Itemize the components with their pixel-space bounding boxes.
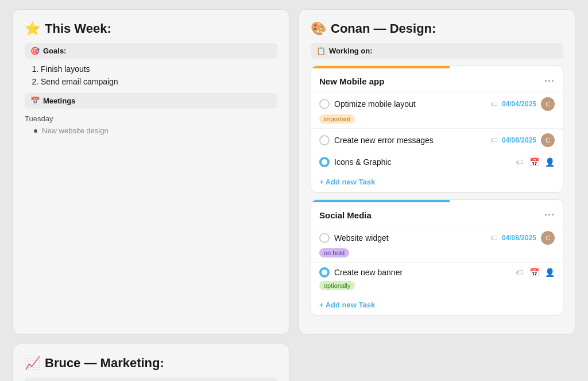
card-title: New Mobile app (319, 76, 384, 86)
card-header: New Mobile app ··· (311, 68, 563, 92)
goals-icon: 🎯 (30, 47, 40, 55)
task-date: 04/08/2025 (502, 234, 536, 242)
task-right: 🏷 04/08/2025 C (490, 231, 555, 245)
meetings-header: 📅 Meetings (25, 93, 277, 109)
bullet-icon (34, 129, 37, 133)
avatar: C (541, 231, 555, 245)
conan-panel: 🎨 Conan — Design: 📋 Working on: New Mobi… (299, 9, 575, 334)
card-title: Social Media (319, 210, 372, 220)
bruce-title-text: Bruce — Marketing: (45, 356, 164, 371)
goals-list: Finish layouts Send email campaign (25, 64, 277, 86)
calendar-icon: 📅 (30, 97, 40, 105)
person-icon: 👤 (545, 268, 555, 277)
social-media-card: Social Media ··· Website widget 🏷 04/08/… (311, 199, 563, 315)
task-name: Create new error messages (334, 136, 434, 145)
task-name: Icons & Graphic (334, 157, 392, 167)
tag-icon: 🏷 (516, 268, 524, 277)
bruce-working-header: 📋 Working on: (25, 378, 277, 381)
more-options-button[interactable]: ··· (544, 209, 555, 221)
calendar-icon: 📅 (529, 268, 539, 277)
day-label: Tuesday (25, 114, 277, 123)
table-row: Website widget 🏷 04/08/2025 C on hold (311, 226, 563, 262)
this-week-title-text: This Week: (45, 21, 111, 36)
meetings-section: Tuesday New website design (25, 114, 277, 135)
icon-row: 🏷 📅 👤 (516, 157, 555, 167)
task-checkbox[interactable] (319, 135, 330, 145)
more-options-button[interactable]: ··· (544, 75, 555, 87)
tag-icon: 🏷 (490, 234, 497, 242)
badge: important (319, 114, 355, 124)
conan-title: 🎨 Conan — Design: (311, 21, 563, 36)
table-row: Create new error messages 🏷 04/08/2025 C (311, 128, 563, 152)
task-row: Website widget 🏷 04/08/2025 C (319, 231, 555, 245)
table-row: Icons & Graphic 🏷 📅 👤 (311, 152, 563, 172)
badge: on hold (319, 248, 349, 257)
meetings-header-text: Meetings (43, 97, 75, 105)
table-row: Optimize mobile layout 🏷 04/04/2025 C im… (311, 92, 563, 128)
clipboard-icon: 📋 (316, 47, 326, 55)
list-item: Finish layouts (41, 64, 277, 74)
task-checkbox[interactable] (319, 233, 330, 243)
conan-title-text: Conan — Design: (331, 21, 436, 36)
mobile-app-card: New Mobile app ··· Optimize mobile layou… (311, 66, 563, 193)
task-left: Create new banner (319, 267, 516, 278)
task-left: Create new error messages (319, 135, 490, 145)
calendar-icon: 📅 (529, 157, 539, 167)
add-task-button[interactable]: + Add new Task (311, 172, 563, 192)
person-icon: 👤 (545, 157, 555, 167)
card-header: Social Media ··· (311, 202, 563, 226)
task-name: Optimize mobile layout (334, 99, 416, 109)
chart-icon: 📈 (25, 356, 40, 371)
goals-header-text: Goals: (43, 47, 66, 55)
task-date: 04/08/2025 (502, 136, 536, 144)
task-checkbox-active[interactable] (319, 267, 330, 278)
task-date: 04/04/2025 (502, 100, 536, 108)
task-name: Create new banner (334, 268, 403, 277)
add-task-button[interactable]: + Add new Task (311, 295, 563, 315)
conan-working-header: 📋 Working on: (311, 43, 563, 59)
avatar: C (541, 133, 555, 147)
badge: optionally (319, 281, 355, 290)
task-right: 🏷 📅 👤 (516, 268, 555, 277)
tag-icon: 🏷 (490, 136, 497, 144)
task-right: 🏷 📅 👤 (516, 157, 555, 167)
task-left: Icons & Graphic (319, 157, 516, 167)
task-row: Create new banner 🏷 📅 👤 (319, 267, 555, 278)
list-item: New website design (25, 126, 277, 135)
task-left: Website widget (319, 233, 490, 243)
task-right: 🏷 04/04/2025 C (490, 97, 555, 111)
star-icon: ⭐ (25, 21, 40, 36)
this-week-panel: ⭐ This Week: 🎯 Goals: Finish layouts Sen… (13, 9, 289, 334)
conan-working-text: Working on: (329, 47, 373, 55)
task-checkbox[interactable] (319, 99, 330, 109)
bruce-panel: 📈 Bruce — Marketing: 📋 Working on: New s… (13, 344, 289, 381)
task-row: Optimize mobile layout 🏷 04/04/2025 C (319, 97, 555, 111)
table-row: Create new banner 🏷 📅 👤 optionally (311, 262, 563, 295)
this-week-title: ⭐ This Week: (25, 21, 277, 36)
goals-header: 🎯 Goals: (25, 43, 277, 59)
task-name: Website widget (334, 233, 389, 243)
avatar: C (541, 97, 555, 111)
tag-icon: 🏷 (490, 100, 497, 108)
task-row: Icons & Graphic 🏷 📅 👤 (319, 157, 555, 167)
task-checkbox-active[interactable] (319, 157, 330, 167)
main-container: ⭐ This Week: 🎯 Goals: Finish layouts Sen… (13, 9, 575, 381)
icon-row: 🏷 📅 👤 (516, 268, 555, 277)
palette-icon: 🎨 (311, 21, 326, 36)
task-row: Create new error messages 🏷 04/08/2025 C (319, 133, 555, 147)
tag-icon: 🏷 (516, 157, 524, 167)
bruce-title: 📈 Bruce — Marketing: (25, 356, 277, 371)
list-item: Send email campaign (41, 77, 277, 86)
task-right: 🏷 04/08/2025 C (490, 133, 555, 147)
task-left: Optimize mobile layout (319, 99, 490, 109)
